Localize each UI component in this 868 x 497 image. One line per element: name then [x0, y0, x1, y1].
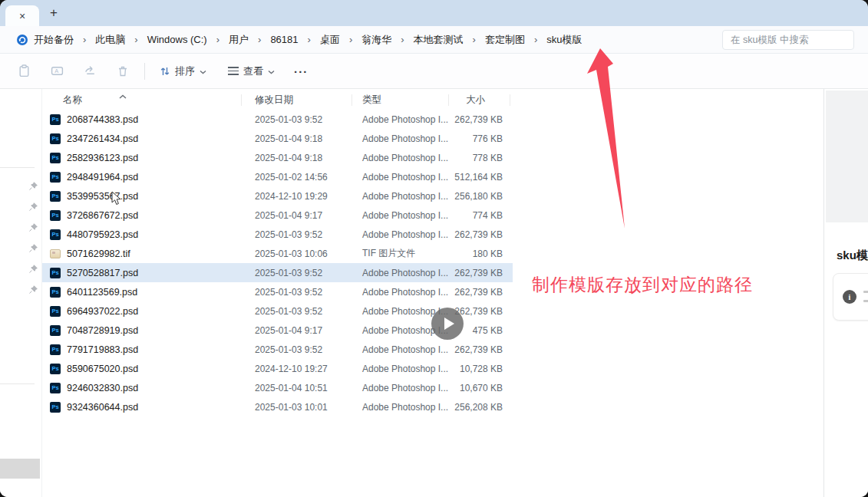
svg-text:A: A: [54, 67, 58, 74]
paste-button[interactable]: [11, 59, 37, 84]
file-name: 9246032830.psd: [67, 383, 138, 393]
column-headers: 名称 修改日期 类型 大小: [42, 91, 513, 110]
details-panel-title: sku模版: [837, 248, 868, 263]
table-row[interactable]: Ps 3726867672.psd 2025-01-04 9:17 Adobe …: [42, 206, 513, 225]
file-date: 2025-01-03 10:01: [242, 402, 352, 413]
video-play-button[interactable]: [431, 308, 464, 340]
play-icon: [444, 318, 454, 330]
more-options-button[interactable]: ...: [289, 62, 316, 80]
file-type-icon: Ps: [50, 364, 61, 374]
sidebar-divider: [0, 383, 35, 384]
breadcrumb-item[interactable]: 桌面: [315, 30, 345, 50]
file-size: 262,739 KB: [449, 229, 510, 240]
share-button[interactable]: [77, 59, 103, 84]
breadcrumb-item[interactable]: Windows (C:): [142, 31, 213, 48]
new-tab-button[interactable]: +: [45, 4, 63, 22]
file-type-icon: [50, 249, 61, 258]
file-name: 2347261434.psd: [67, 133, 138, 144]
pin-icon: [28, 243, 38, 254]
breadcrumb-separator: ›: [304, 34, 315, 45]
file-type-icon: Ps: [50, 306, 61, 317]
column-header-size[interactable]: 大小: [449, 91, 510, 110]
sort-button[interactable]: 排序: [153, 60, 213, 83]
pin-icon: [28, 181, 38, 192]
breadcrumb-item[interactable]: 用户: [223, 30, 254, 50]
file-type: Adobe Photoshop I...: [352, 133, 449, 144]
column-header-name[interactable]: 名称: [42, 91, 242, 110]
rename-button[interactable]: A: [44, 59, 70, 84]
file-type-icon: Ps: [50, 229, 61, 240]
file-name: 9324360644.psd: [67, 402, 138, 413]
file-date: 2025-01-04 9:18: [242, 133, 352, 144]
address-bar: 开始备份 ›此电脑›Windows (C:)›用户›86181›桌面›翁海华›本…: [0, 26, 868, 54]
file-type-icon: Ps: [50, 287, 61, 298]
breadcrumb-separator: ›: [345, 34, 356, 45]
breadcrumb: 开始备份 ›此电脑›Windows (C:)›用户›86181›桌面›翁海华›本…: [0, 30, 588, 50]
file-name: 3726867672.psd: [67, 210, 138, 221]
navigation-sidebar: [0, 89, 42, 497]
preview-placeholder: [826, 91, 868, 222]
breadcrumb-item-backup[interactable]: 开始备份: [11, 30, 79, 50]
pin-icon: [28, 264, 38, 275]
table-row[interactable]: Ps 2068744383.psd 2025-01-03 9:52 Adobe …: [42, 110, 513, 129]
file-type-icon: Ps: [50, 402, 61, 413]
table-row[interactable]: Ps 5270528817.psd 2025-01-03 9:52 Adobe …: [42, 263, 513, 282]
column-header-type[interactable]: 类型: [352, 91, 449, 110]
onedrive-backup-icon: [16, 34, 28, 46]
file-type: Adobe Photoshop I...: [352, 114, 449, 125]
column-header-date[interactable]: 修改日期: [242, 91, 352, 110]
tab-close-icon[interactable]: ×: [19, 11, 25, 21]
table-row[interactable]: Ps 2582936123.psd 2025-01-04 9:18 Adobe …: [42, 148, 513, 167]
file-size: 262,739 KB: [449, 344, 510, 355]
file-date: 2025-01-03 9:52: [242, 306, 352, 317]
file-size: 776 KB: [449, 133, 510, 144]
table-row[interactable]: Ps 7791719883.psd 2025-01-03 9:52 Adobe …: [42, 340, 513, 359]
breadcrumb-item[interactable]: 此电脑: [90, 30, 130, 50]
file-name: 5071629982.tif: [67, 248, 130, 259]
table-row[interactable]: Ps 3539953567.psd 2024-12-10 19:29 Adobe…: [42, 186, 513, 206]
breadcrumb-separator: ›: [469, 34, 480, 45]
table-row[interactable]: Ps 2347261434.psd 2025-01-04 9:18 Adobe …: [42, 129, 513, 148]
file-type: Adobe Photoshop I...: [352, 172, 449, 183]
delete-button[interactable]: [110, 59, 136, 84]
table-row[interactable]: Ps 2948491964.psd 2025-01-02 14:56 Adobe…: [42, 167, 513, 186]
table-row[interactable]: 5071629982.tif 2025-01-03 10:06 TIF 图片文件…: [42, 244, 513, 263]
file-date: 2025-01-02 14:56: [242, 172, 352, 183]
file-size: 256,180 KB: [449, 191, 510, 202]
file-type-icon: Ps: [50, 172, 61, 183]
search-input[interactable]: [723, 31, 853, 49]
clipboard-icon: [18, 64, 31, 77]
file-date: 2025-01-04 9:17: [242, 210, 352, 221]
chevron-down-icon: [200, 65, 206, 77]
file-type: Adobe Photoshop I...: [352, 402, 449, 413]
file-name: 2068744383.psd: [67, 114, 138, 125]
breadcrumb-item[interactable]: 套定制图: [480, 30, 530, 50]
breadcrumb-item[interactable]: 翁海华: [356, 30, 397, 50]
sort-arrows-icon: [160, 66, 170, 77]
table-row[interactable]: Ps 6401123569.psd 2025-01-03 9:52 Adobe …: [42, 282, 513, 301]
file-type: Adobe Photoshop I...: [352, 364, 449, 374]
breadcrumb-item[interactable]: 本地套测试: [408, 30, 469, 50]
file-date: 2025-01-04 9:17: [242, 325, 352, 336]
view-button[interactable]: 查看: [221, 60, 282, 83]
file-list-body: Ps 2068744383.psd 2025-01-03 9:52 Adobe …: [42, 110, 513, 416]
sidebar-selected-item[interactable]: [0, 459, 40, 479]
pin-icon: [28, 202, 38, 212]
file-type: Adobe Photoshop I...: [352, 153, 449, 163]
table-row[interactable]: Ps 4480795923.psd 2025-01-03 9:52 Adobe …: [42, 225, 513, 244]
breadcrumb-item[interactable]: sku模版: [541, 30, 587, 50]
view-lines-icon: [228, 67, 239, 75]
view-label: 查看: [243, 64, 263, 78]
explorer-tab[interactable]: ×: [5, 5, 39, 26]
file-size: 180 KB: [449, 248, 510, 259]
file-date: 2025-01-03 10:06: [242, 248, 352, 259]
table-row[interactable]: Ps 8590675020.psd 2024-12-10 19:27 Adobe…: [42, 359, 513, 378]
file-type: TIF 图片文件: [352, 247, 449, 260]
table-row[interactable]: Ps 9246032830.psd 2025-01-04 10:51 Adobe…: [42, 378, 513, 397]
file-name: 7048728919.psd: [67, 325, 138, 336]
file-type-icon: Ps: [50, 210, 61, 221]
search-box[interactable]: [722, 30, 854, 50]
file-name: 7791719883.psd: [67, 344, 138, 355]
breadcrumb-item[interactable]: 86181: [265, 31, 303, 48]
table-row[interactable]: Ps 9324360644.psd 2025-01-03 10:01 Adobe…: [42, 397, 513, 416]
